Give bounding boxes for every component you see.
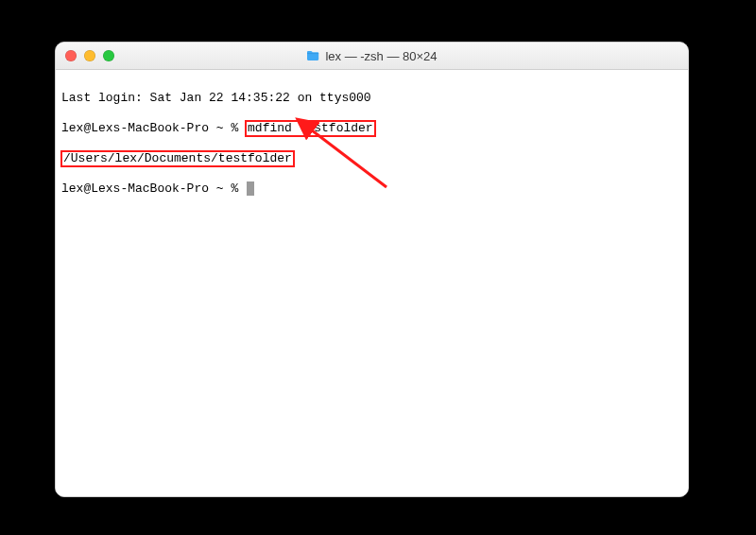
minimize-button[interactable] [84,50,95,61]
last-login-text: Last login: Sat Jan 22 14:35:22 on ttys0… [61,91,371,105]
prompt-2-prefix: lex@Lexs-MacBook-Pro ~ % [61,181,246,196]
last-login-line: Last login: Sat Jan 22 14:35:22 on ttys0… [61,91,682,106]
window-titlebar[interactable]: lex — -zsh — 80×24 [56,43,688,70]
terminal-window: lex — -zsh — 80×24 Last login: Sat Jan 2… [55,42,689,497]
zoom-button[interactable] [103,50,114,61]
command-text: mdfind testfolder [248,121,373,135]
prompt-line-1: lex@Lexs-MacBook-Pro ~ % mdfind testfold… [61,121,682,136]
output-path-text: /Users/lex/Documents/testfolder [63,151,292,165]
close-button[interactable] [65,50,77,61]
highlighted-command: mdfind testfolder [245,120,376,137]
output-line: /Users/lex/Documents/testfolder [61,151,682,166]
folder-icon [306,50,319,61]
terminal-cursor [247,181,254,196]
traffic-lights [56,50,114,61]
window-title: lex — -zsh — 80×24 [56,49,688,63]
window-title-text: lex — -zsh — 80×24 [325,49,437,63]
prompt-1-prefix: lex@Lexs-MacBook-Pro ~ % [61,121,246,135]
highlighted-output: /Users/lex/Documents/testfolder [60,150,295,167]
prompt-line-2: lex@Lexs-MacBook-Pro ~ % [61,181,682,197]
terminal-output[interactable]: Last login: Sat Jan 22 14:35:22 on ttys0… [56,70,688,497]
